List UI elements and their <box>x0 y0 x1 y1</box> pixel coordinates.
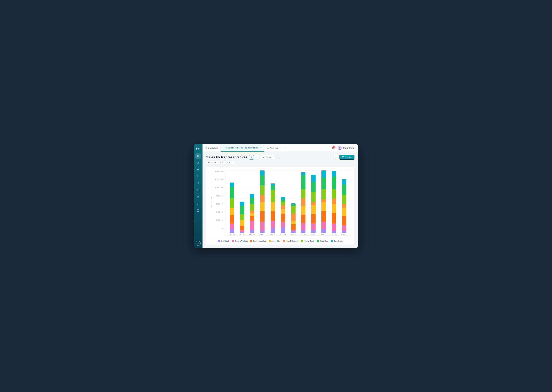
bar-segment[interactable] <box>281 209 285 214</box>
bar-segment[interactable] <box>301 189 305 198</box>
bar-segment[interactable] <box>332 231 336 233</box>
sidebar-item-cloud[interactable] <box>195 160 201 166</box>
sidebar-item-table[interactable] <box>195 208 201 213</box>
bar-segment[interactable] <box>321 189 326 199</box>
bar-segment[interactable] <box>230 208 234 215</box>
bar-segment[interactable] <box>281 197 285 199</box>
bar-segment[interactable] <box>321 170 326 177</box>
bar-segment[interactable] <box>271 221 275 228</box>
bar-segment[interactable] <box>311 214 316 224</box>
bar-segment[interactable] <box>311 182 316 192</box>
sidebar-item-file[interactable] <box>195 194 201 200</box>
bar-segment[interactable] <box>230 224 234 229</box>
bar-segment[interactable] <box>240 230 244 232</box>
bar-segment[interactable] <box>321 199 326 202</box>
bar-segment[interactable] <box>311 205 316 214</box>
bar-segment[interactable] <box>240 220 244 226</box>
bar-segment[interactable] <box>260 202 265 211</box>
bar-segment[interactable] <box>332 171 336 176</box>
sidebar-item-chart[interactable] <box>195 201 201 207</box>
user-menu[interactable]: Chris Shark ▾ <box>338 146 356 150</box>
tab-accounts-close[interactable]: × <box>279 147 282 149</box>
bar-segment[interactable] <box>271 190 275 202</box>
tab-analysis[interactable]: Analysis - Sales by Representatives × <box>221 144 264 152</box>
sidebar-item-dollar[interactable] <box>195 181 201 186</box>
bar-segment[interactable] <box>291 213 296 221</box>
bar-segment[interactable] <box>250 194 254 198</box>
bar-segment[interactable] <box>230 198 234 208</box>
bar-segment[interactable] <box>260 195 265 202</box>
bar-segment[interactable] <box>311 192 316 202</box>
bar-segment[interactable] <box>342 195 346 204</box>
bar-segment[interactable] <box>291 206 296 213</box>
bar-segment[interactable] <box>311 224 316 230</box>
bar-segment[interactable] <box>250 198 254 204</box>
bar-segment[interactable] <box>342 231 346 233</box>
options-button[interactable]: ··· <box>333 155 338 160</box>
bar-segment[interactable] <box>342 204 346 208</box>
bar-segment[interactable] <box>311 202 316 205</box>
bar-segment[interactable] <box>342 208 346 216</box>
bar-segment[interactable] <box>291 221 296 224</box>
bar-segment[interactable] <box>260 222 265 231</box>
bar-segment[interactable] <box>311 175 316 182</box>
bar-segment[interactable] <box>281 227 285 233</box>
my-filters-button[interactable]: My filters ▾ <box>261 155 275 159</box>
bar-segment[interactable] <box>230 215 234 224</box>
bar-segment[interactable] <box>271 183 275 185</box>
bar-segment[interactable] <box>250 230 254 233</box>
bar-segment[interactable] <box>342 179 346 184</box>
bar-segment[interactable] <box>240 202 244 206</box>
bar-segment[interactable] <box>301 175 305 189</box>
bar-segment[interactable] <box>342 225 346 231</box>
bar-segment[interactable] <box>240 214 244 220</box>
bar-segment[interactable] <box>250 213 254 216</box>
bar-segment[interactable] <box>321 177 326 189</box>
bar-segment[interactable] <box>271 211 275 221</box>
bar-segment[interactable] <box>321 202 326 211</box>
bar-segment[interactable] <box>260 185 265 195</box>
tab-more-button[interactable]: ··· <box>284 144 290 152</box>
sidebar-item-clock[interactable] <box>195 187 201 193</box>
bar-segment[interactable] <box>271 185 275 190</box>
bar-segment[interactable] <box>250 216 254 221</box>
bar-segment[interactable] <box>291 204 296 206</box>
bar-segment[interactable] <box>250 210 254 213</box>
bar-segment[interactable] <box>250 221 254 230</box>
bar-segment[interactable] <box>230 229 234 233</box>
bar-segment[interactable] <box>332 198 336 204</box>
bar-segment[interactable] <box>281 199 285 202</box>
bar-segment[interactable] <box>260 231 265 233</box>
bar-segment[interactable] <box>342 216 346 225</box>
bar-segment[interactable] <box>311 230 316 233</box>
bar-segment[interactable] <box>271 202 275 211</box>
bar-segment[interactable] <box>230 182 234 187</box>
bar-segment[interactable] <box>281 222 285 227</box>
tab-accounts[interactable]: Accounts × <box>264 144 284 152</box>
bar-segment[interactable] <box>281 202 285 205</box>
add-button[interactable]: + <box>196 241 201 246</box>
bar-segment[interactable] <box>321 222 326 229</box>
add-filter-button[interactable]: + <box>276 155 280 159</box>
bar-segment[interactable] <box>240 206 244 214</box>
filtering-button[interactable]: Filtering <box>339 155 355 160</box>
bar-segment[interactable] <box>301 206 305 215</box>
bar-segment[interactable] <box>342 184 346 195</box>
bar-segment[interactable] <box>230 187 234 198</box>
chart-view-button[interactable] <box>249 155 254 160</box>
bar-segment[interactable] <box>281 205 285 209</box>
bar-segment[interactable] <box>332 204 336 213</box>
tab-analysis-close[interactable]: × <box>259 147 262 149</box>
bar-segment[interactable] <box>240 232 244 233</box>
bar-segment[interactable] <box>260 170 265 175</box>
bar-segment[interactable] <box>332 213 336 224</box>
notification-button[interactable]: 2 <box>331 146 336 150</box>
bar-segment[interactable] <box>271 228 275 233</box>
bar-segment[interactable] <box>332 176 336 189</box>
bar-segment[interactable] <box>321 211 326 222</box>
bar-segment[interactable] <box>301 198 305 206</box>
bar-segment[interactable] <box>240 226 244 230</box>
bar-segment[interactable] <box>281 214 285 222</box>
bar-segment[interactable] <box>332 224 336 231</box>
sidebar-item-search[interactable] <box>195 153 201 159</box>
